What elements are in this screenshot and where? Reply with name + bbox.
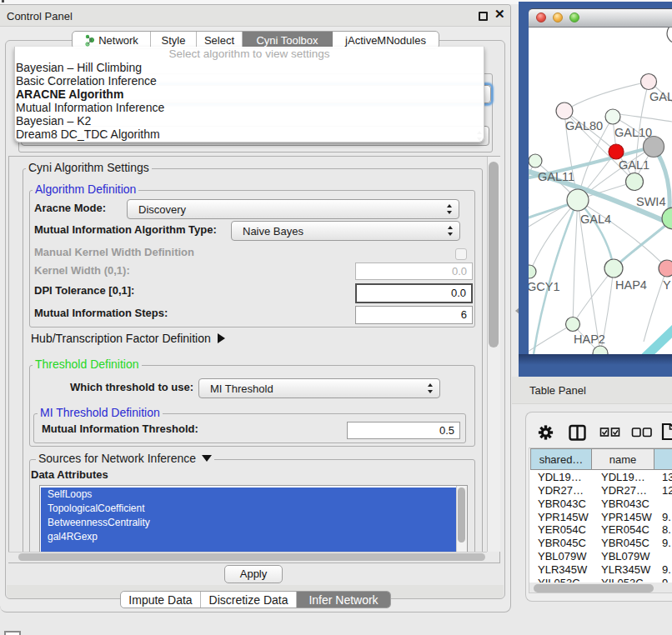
svg-text:HAP4: HAP4 [615, 278, 647, 292]
svg-text:SWI4: SWI4 [636, 195, 665, 208]
svg-text:GAL80: GAL80 [565, 119, 603, 132]
svg-text:GCY1: GCY1 [529, 280, 560, 293]
svg-text:Y: Y [663, 278, 671, 292]
svg-text:GAL11: GAL11 [538, 170, 574, 183]
svg-text:HAP2: HAP2 [574, 332, 605, 346]
svg-text:GAL4: GAL4 [580, 212, 611, 226]
svg-text:GAL10: GAL10 [614, 126, 652, 139]
svg-text:GAL2: GAL2 [649, 90, 672, 103]
svg-text:GAL1: GAL1 [619, 158, 649, 172]
